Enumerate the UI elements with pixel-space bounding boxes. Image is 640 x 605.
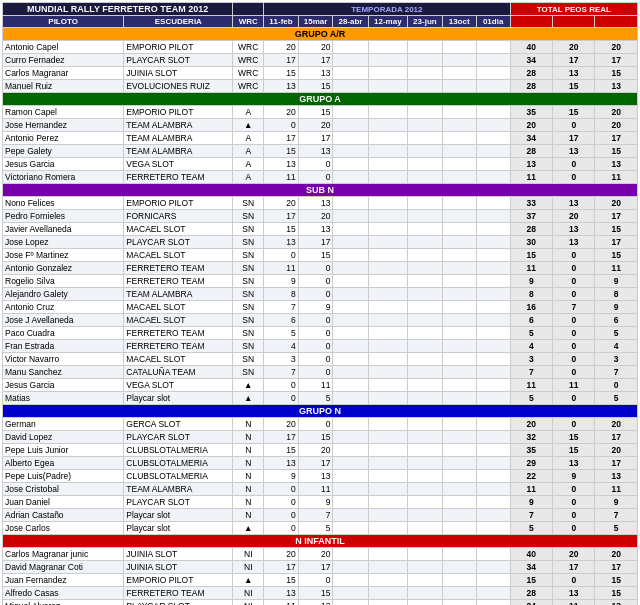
d7-cell <box>476 366 510 379</box>
table-row: Miguel AlvarezPLAYCAR SLOTNI1113241113 <box>3 600 638 606</box>
wrc-cell: SN <box>233 288 264 301</box>
d1-cell: 0 <box>264 379 299 392</box>
d6-cell <box>442 470 476 483</box>
table-row: Carlos MagranarJUINIA SLOTWRC1513281315 <box>3 67 638 80</box>
d3-cell <box>333 210 368 223</box>
table-row: Juan FernandezEMPORIO PILOT▲15015015 <box>3 574 638 587</box>
d6-cell <box>442 54 476 67</box>
d1-cell: 0 <box>264 249 299 262</box>
t3-cell: 20 <box>595 197 638 210</box>
t3-cell: 11 <box>595 483 638 496</box>
t3-cell: 15 <box>595 67 638 80</box>
piloto-cell: Alfredo Casas <box>3 587 124 600</box>
d1-cell: 15 <box>264 145 299 158</box>
escuderia-cell: VEGA SLOT <box>124 379 233 392</box>
table-row: Rogelio SilvaFERRETERO TEAMSN90909 <box>3 275 638 288</box>
d6-cell <box>442 483 476 496</box>
d6-cell <box>442 236 476 249</box>
piloto-cell: Pepe Luis Junior <box>3 444 124 457</box>
d3-cell <box>333 80 368 93</box>
d2-cell: 7 <box>298 509 333 522</box>
wrc-cell: SN <box>233 366 264 379</box>
piloto-cell: Ramon Capel <box>3 106 124 119</box>
d4-cell <box>368 132 408 145</box>
d6-cell <box>442 431 476 444</box>
t2-cell: 13 <box>553 236 595 249</box>
d5-cell <box>408 158 443 171</box>
d2-cell: 13 <box>298 145 333 158</box>
t1-cell: 40 <box>510 41 552 54</box>
piloto-cell: Pepe Galety <box>3 145 124 158</box>
escuderia-cell: TEAM ALAMBRA <box>124 145 233 158</box>
d5-cell <box>408 561 443 574</box>
d2-cell: 15 <box>298 106 333 119</box>
piloto-cell: Antonio Capel <box>3 41 124 54</box>
d7-cell <box>476 431 510 444</box>
wrc-cell: N <box>233 509 264 522</box>
t2-cell: 0 <box>553 574 595 587</box>
table-row: Pepe Luis(Padre)CLUBSLOTALMERIAN91322913 <box>3 470 638 483</box>
escuderia-header: ESCUDERIA <box>124 16 233 28</box>
d7-cell <box>476 509 510 522</box>
t2-cell: 0 <box>553 496 595 509</box>
t3-cell: 6 <box>595 314 638 327</box>
d7-cell <box>476 600 510 606</box>
t1-cell: 11 <box>510 171 552 184</box>
d7-cell <box>476 379 510 392</box>
group-header-grupo-a: GRUPO A <box>3 93 638 106</box>
table-row: Manuel RuizEVOLUCIONES RUIZWRC1315281513 <box>3 80 638 93</box>
d3-cell <box>333 314 368 327</box>
escuderia-cell: MACAEL SLOT <box>124 301 233 314</box>
t1-cell: 9 <box>510 496 552 509</box>
t1-cell: 20 <box>510 418 552 431</box>
t2-cell: 15 <box>553 80 595 93</box>
escuderia-cell: EMPORIO PILOT <box>124 106 233 119</box>
d5-cell <box>408 444 443 457</box>
d7-cell <box>476 210 510 223</box>
wrc-cell: N <box>233 457 264 470</box>
piloto-cell: Jose Fº Martinez <box>3 249 124 262</box>
d2-cell: 20 <box>298 548 333 561</box>
t3-cell: 3 <box>595 353 638 366</box>
t1-cell: 40 <box>510 548 552 561</box>
d5-cell <box>408 314 443 327</box>
t2-cell: 13 <box>553 67 595 80</box>
d1-cell: 0 <box>264 522 299 535</box>
t3-cell: 7 <box>595 366 638 379</box>
t1-cell: 34 <box>510 54 552 67</box>
d4-cell <box>368 249 408 262</box>
wrc-cell: WRC <box>233 67 264 80</box>
total2-header <box>553 16 595 28</box>
d6-cell <box>442 275 476 288</box>
t3-cell: 15 <box>595 223 638 236</box>
t1-cell: 5 <box>510 392 552 405</box>
d6-cell <box>442 509 476 522</box>
d3-cell <box>333 67 368 80</box>
group-header-n-infantil: N INFANTIL <box>3 535 638 548</box>
d1-cell: 13 <box>264 80 299 93</box>
t3-cell: 13 <box>595 80 638 93</box>
t3-cell: 17 <box>595 457 638 470</box>
d5-cell <box>408 288 443 301</box>
d2-cell: 9 <box>298 496 333 509</box>
d4-cell <box>368 106 408 119</box>
table-row: Antonio GonzalezFERRETERO TEAMSN11011011 <box>3 262 638 275</box>
wrc-cell: N <box>233 444 264 457</box>
t1-cell: 11 <box>510 262 552 275</box>
d5-cell <box>408 41 443 54</box>
d5-cell <box>408 600 443 606</box>
d6-cell <box>442 587 476 600</box>
t3-cell: 17 <box>595 132 638 145</box>
d2-cell: 0 <box>298 262 333 275</box>
d4-cell <box>368 431 408 444</box>
table-row: Antonio PerezTEAM ALAMBRAA1717341717 <box>3 132 638 145</box>
d5-cell <box>408 418 443 431</box>
t3-cell: 13 <box>595 600 638 606</box>
piloto-cell: Nono Felices <box>3 197 124 210</box>
d4-cell <box>368 496 408 509</box>
table-row: Jose HernandezTEAM ALAMBRA▲02020020 <box>3 119 638 132</box>
d1-cell: 0 <box>264 509 299 522</box>
d1-cell: 11 <box>264 171 299 184</box>
d2-cell: 17 <box>298 457 333 470</box>
d5-cell <box>408 509 443 522</box>
